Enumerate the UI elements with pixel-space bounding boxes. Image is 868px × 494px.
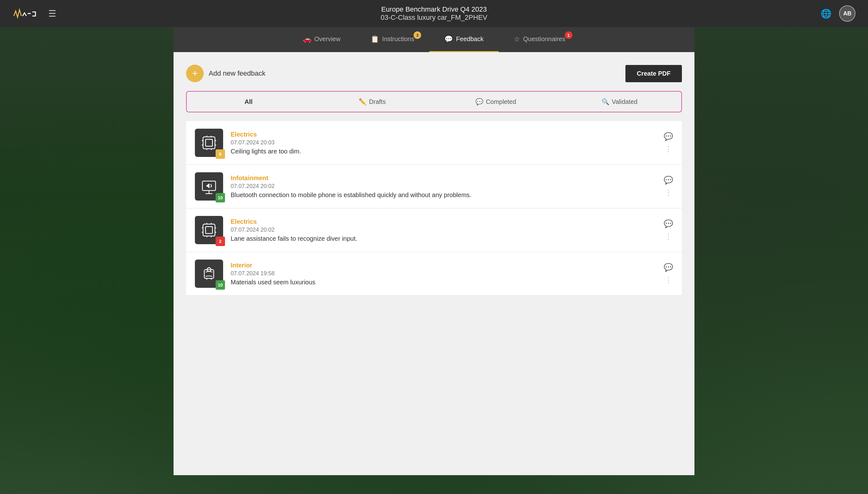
filter-completed[interactable]: 💬 Completed bbox=[434, 92, 558, 112]
svg-rect-14 bbox=[206, 227, 212, 233]
navbar-title: Europe Benchmark Drive Q4 2023 03-C-Clas… bbox=[381, 5, 487, 22]
item-date: 07.07.2024 20:02 bbox=[231, 183, 656, 190]
tab-feedback[interactable]: 💬 Feedback bbox=[429, 27, 499, 52]
tab-bar: 🚗 Overview 📋 Instructions 3 💬 Feedback ☆… bbox=[174, 27, 694, 52]
globe-icon[interactable]: 🌐 bbox=[821, 8, 832, 19]
item-badge: 10 bbox=[216, 280, 225, 290]
questionnaires-badge: 1 bbox=[565, 32, 572, 39]
drafts-icon: ✏️ bbox=[359, 98, 367, 106]
feedback-item[interactable]: 10 Infotainment 07.07.2024 20:02 Bluetoo… bbox=[186, 165, 682, 208]
actions-row: + Add new feedback Create PDF bbox=[186, 65, 682, 82]
filter-completed-label: Completed bbox=[486, 98, 516, 106]
filter-drafts-label: Drafts bbox=[369, 98, 386, 106]
navbar-right: 🌐 AB bbox=[821, 5, 855, 22]
add-feedback-label: Add new feedback bbox=[209, 69, 266, 77]
filter-validated[interactable]: 🔍 Validated bbox=[558, 92, 681, 112]
tab-overview[interactable]: 🚗 Overview bbox=[288, 27, 355, 52]
svg-rect-13 bbox=[203, 224, 215, 236]
comment-icon[interactable]: 💬 bbox=[664, 132, 673, 141]
star-icon: ☆ bbox=[514, 35, 520, 43]
item-description: Materials used seem luxurious bbox=[231, 279, 656, 286]
item-description: Ceiling lights are too dim. bbox=[231, 148, 656, 155]
instructions-badge: 3 bbox=[413, 32, 421, 39]
title-line1: Europe Benchmark Drive Q4 2023 bbox=[381, 5, 487, 14]
feedback-item[interactable]: 10 Interior 07.07.2024 19:58 Materials u… bbox=[186, 252, 682, 296]
item-badge: 10 bbox=[216, 193, 225, 203]
svg-rect-0 bbox=[203, 137, 215, 149]
logo-area: ☰ bbox=[13, 7, 56, 20]
clipboard-icon: 📋 bbox=[371, 35, 379, 43]
tab-questionnaires-label: Questionnaires bbox=[523, 36, 565, 43]
item-icon-wrap: 6 bbox=[195, 129, 223, 157]
feedback-list: 6 Electrics 07.07.2024 20:03 Ceiling lig… bbox=[186, 121, 682, 296]
item-category: Infotainment bbox=[231, 174, 656, 182]
item-category: Electrics bbox=[231, 131, 656, 138]
feedback-item[interactable]: 2 Electrics 07.07.2024 20:02 Lane assist… bbox=[186, 208, 682, 252]
avatar[interactable]: AB bbox=[839, 5, 855, 22]
item-category: Electrics bbox=[231, 218, 656, 225]
more-options-icon[interactable]: ⋮ bbox=[664, 232, 672, 241]
car-icon: 🚗 bbox=[303, 35, 311, 43]
filter-tabs: All ✏️ Drafts 💬 Completed 🔍 Validated bbox=[186, 91, 682, 112]
tab-instructions[interactable]: 📋 Instructions 3 bbox=[355, 27, 429, 52]
item-icon-wrap: 2 bbox=[195, 216, 223, 244]
item-content: Interior 07.07.2024 19:58 Materials used… bbox=[231, 262, 656, 286]
item-description: Lane assistance fails to recognize diver… bbox=[231, 235, 656, 242]
item-actions: 💬 ⋮ bbox=[664, 263, 673, 284]
filter-all-label: All bbox=[245, 98, 253, 106]
filter-validated-label: Validated bbox=[612, 98, 638, 106]
item-category: Interior bbox=[231, 262, 656, 269]
item-icon-wrap: 10 bbox=[195, 172, 223, 201]
item-date: 07.07.2024 20:03 bbox=[231, 139, 656, 146]
item-content: Electrics 07.07.2024 20:02 Lane assistan… bbox=[231, 218, 656, 242]
more-options-icon[interactable]: ⋮ bbox=[664, 188, 672, 197]
item-actions: 💬 ⋮ bbox=[664, 176, 673, 197]
item-badge: 6 bbox=[216, 149, 225, 159]
tab-instructions-label: Instructions bbox=[382, 36, 414, 43]
comment-icon[interactable]: 💬 bbox=[664, 220, 673, 228]
item-actions: 💬 ⋮ bbox=[664, 220, 673, 241]
item-description: Bluetooth connection to mobile phone is … bbox=[231, 191, 656, 199]
hamburger-menu[interactable]: ☰ bbox=[48, 8, 56, 19]
svg-rect-23 bbox=[204, 270, 214, 279]
content-panel: + Add new feedback Create PDF All ✏️ Dra… bbox=[174, 52, 694, 308]
completed-icon: 💬 bbox=[476, 98, 483, 106]
create-pdf-button[interactable]: Create PDF bbox=[625, 65, 682, 82]
add-icon: + bbox=[186, 65, 204, 82]
tab-overview-label: Overview bbox=[314, 36, 341, 43]
filter-all[interactable]: All bbox=[187, 92, 310, 112]
more-options-icon[interactable]: ⋮ bbox=[664, 276, 672, 284]
feedback-item[interactable]: 6 Electrics 07.07.2024 20:03 Ceiling lig… bbox=[186, 121, 682, 165]
title-line2: 03-C-Class luxury car_FM_2PHEV bbox=[381, 14, 487, 22]
item-content: Electrics 07.07.2024 20:03 Ceiling light… bbox=[231, 131, 656, 155]
item-icon-wrap: 10 bbox=[195, 260, 223, 288]
item-content: Infotainment 07.07.2024 20:02 Bluetooth … bbox=[231, 174, 656, 199]
validated-icon: 🔍 bbox=[602, 98, 610, 106]
item-actions: 💬 ⋮ bbox=[664, 132, 673, 153]
logo-icon bbox=[13, 7, 38, 20]
svg-rect-1 bbox=[206, 139, 212, 146]
comment-icon[interactable]: 💬 bbox=[664, 176, 673, 185]
item-date: 07.07.2024 20:02 bbox=[231, 227, 656, 233]
more-options-icon[interactable]: ⋮ bbox=[664, 145, 672, 153]
main-container: 🚗 Overview 📋 Instructions 3 💬 Feedback ☆… bbox=[174, 27, 694, 475]
filter-drafts[interactable]: ✏️ Drafts bbox=[310, 92, 434, 112]
navbar: ☰ Europe Benchmark Drive Q4 2023 03-C-Cl… bbox=[0, 0, 868, 27]
item-date: 07.07.2024 19:58 bbox=[231, 270, 656, 277]
tab-feedback-label: Feedback bbox=[456, 36, 484, 43]
comment-icon[interactable]: 💬 bbox=[664, 263, 673, 272]
add-feedback-button[interactable]: + Add new feedback bbox=[186, 65, 266, 82]
feedback-icon: 💬 bbox=[444, 35, 453, 43]
item-badge: 2 bbox=[216, 236, 225, 246]
tab-questionnaires[interactable]: ☆ Questionnaires 1 bbox=[499, 27, 581, 52]
